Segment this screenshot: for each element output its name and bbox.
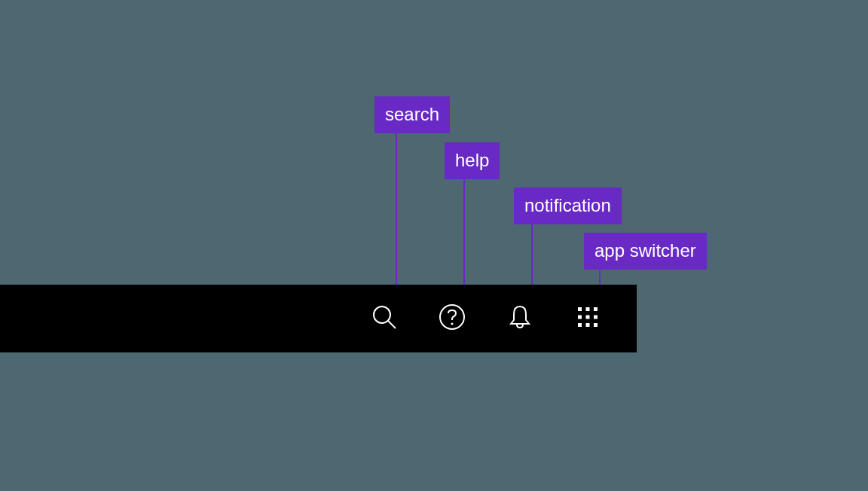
help-icon — [439, 303, 466, 334]
search-button[interactable] — [350, 285, 418, 352]
toolbar — [0, 285, 637, 352]
svg-rect-12 — [594, 323, 598, 327]
connector-help — [463, 177, 465, 285]
app-switcher-button[interactable] — [554, 285, 622, 352]
svg-rect-5 — [586, 307, 590, 311]
connector-app-switcher — [599, 268, 601, 285]
svg-line-1 — [388, 321, 396, 328]
svg-rect-6 — [594, 307, 598, 311]
svg-rect-7 — [578, 316, 582, 319]
notification-button[interactable] — [486, 285, 554, 352]
svg-rect-8 — [586, 316, 590, 319]
label-app-switcher: app switcher — [584, 233, 707, 270]
notification-icon — [506, 303, 533, 334]
svg-rect-10 — [578, 323, 582, 327]
svg-rect-9 — [594, 316, 598, 319]
svg-rect-11 — [586, 323, 590, 327]
connector-search — [396, 131, 397, 285]
help-button[interactable] — [418, 285, 486, 352]
svg-rect-4 — [578, 307, 582, 311]
search-icon — [371, 304, 397, 333]
label-notification: notification — [514, 188, 622, 224]
svg-point-0 — [374, 306, 390, 323]
label-help: help — [445, 142, 500, 179]
connector-notification — [531, 222, 533, 285]
label-search: search — [374, 96, 450, 133]
svg-point-3 — [451, 323, 454, 325]
app-switcher-icon — [576, 306, 599, 331]
